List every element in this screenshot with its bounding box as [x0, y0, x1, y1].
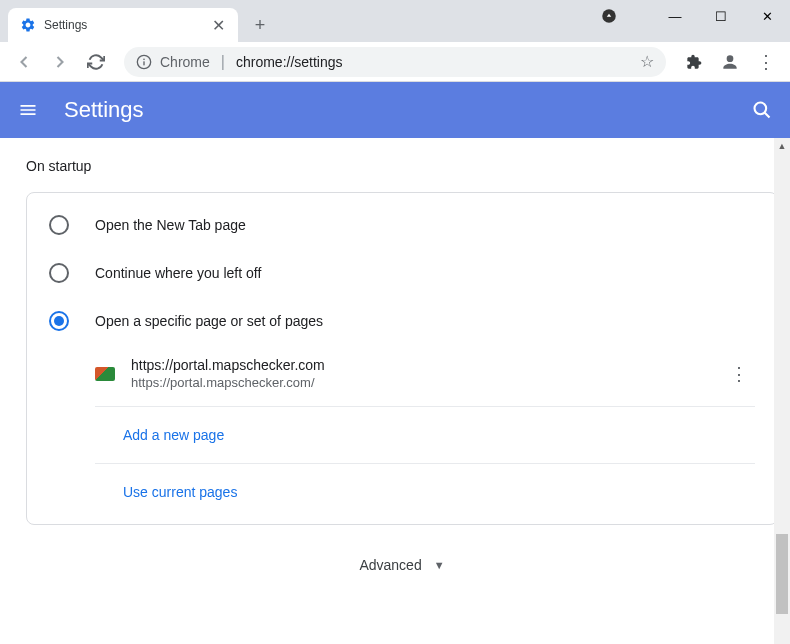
tab-strip: Settings ✕ + — ☐ ✕: [0, 0, 790, 42]
divider: [95, 406, 755, 407]
radio-icon[interactable]: [49, 311, 69, 331]
hamburger-menu-icon[interactable]: [16, 98, 40, 122]
radio-option-new-tab[interactable]: Open the New Tab page: [27, 201, 777, 249]
browser-toolbar: Chrome | chrome://settings ☆ ⋮: [0, 42, 790, 82]
scrollbar[interactable]: [774, 154, 790, 644]
settings-gear-icon: [20, 17, 36, 33]
radio-label: Open a specific page or set of pages: [95, 313, 323, 329]
radio-icon[interactable]: [49, 215, 69, 235]
content-area: On startup Open the New Tab page Continu…: [0, 138, 790, 644]
use-current-pages-button[interactable]: Use current pages: [27, 468, 777, 516]
incognito-icon[interactable]: [586, 0, 632, 32]
address-bar[interactable]: Chrome | chrome://settings ☆: [124, 47, 666, 77]
new-tab-button[interactable]: +: [246, 11, 274, 39]
radio-label: Continue where you left off: [95, 265, 261, 281]
settings-app-bar: Settings: [0, 82, 790, 138]
tab-title: Settings: [44, 18, 202, 32]
divider: [95, 463, 755, 464]
chrome-menu-icon[interactable]: ⋮: [750, 46, 782, 78]
tab-close-icon[interactable]: ✕: [210, 16, 226, 35]
profile-icon[interactable]: [714, 46, 746, 78]
radio-label: Open the New Tab page: [95, 217, 246, 233]
scrollbar-up-icon[interactable]: ▲: [774, 138, 790, 154]
reload-button[interactable]: [80, 46, 112, 78]
url-divider: |: [221, 53, 225, 71]
section-heading: On startup: [26, 158, 778, 174]
bookmark-star-icon[interactable]: ☆: [640, 52, 654, 71]
svg-point-2: [143, 58, 145, 60]
add-new-page-button[interactable]: Add a new page: [27, 411, 777, 459]
site-info-icon[interactable]: [136, 54, 152, 70]
browser-tab[interactable]: Settings ✕: [8, 8, 238, 42]
svg-point-4: [727, 55, 734, 62]
extensions-icon[interactable]: [678, 46, 710, 78]
window-controls: — ☐ ✕: [586, 0, 790, 32]
url-scheme: Chrome: [160, 54, 210, 70]
advanced-toggle[interactable]: Advanced ▼: [26, 525, 778, 589]
scrollbar-thumb[interactable]: [776, 534, 788, 614]
url-text: chrome://settings: [236, 54, 632, 70]
chevron-down-icon: ▼: [434, 559, 445, 571]
page-info: https://portal.mapschecker.com https://p…: [131, 357, 707, 390]
svg-rect-3: [143, 61, 144, 65]
startup-card: Open the New Tab page Continue where you…: [26, 192, 778, 525]
startup-page-entry: https://portal.mapschecker.com https://p…: [27, 345, 777, 402]
radio-option-specific-pages[interactable]: Open a specific page or set of pages: [27, 297, 777, 345]
maximize-button[interactable]: ☐: [698, 0, 744, 32]
svg-point-5: [755, 103, 767, 115]
search-icon[interactable]: [750, 98, 774, 122]
radio-option-continue[interactable]: Continue where you left off: [27, 249, 777, 297]
radio-icon[interactable]: [49, 263, 69, 283]
page-title: Settings: [64, 97, 726, 123]
minimize-button[interactable]: —: [652, 0, 698, 32]
advanced-label: Advanced: [359, 557, 421, 573]
forward-button[interactable]: [44, 46, 76, 78]
page-entry-title: https://portal.mapschecker.com: [131, 357, 707, 373]
page-entry-menu-icon[interactable]: ⋮: [723, 363, 755, 385]
close-window-button[interactable]: ✕: [744, 0, 790, 32]
page-entry-url: https://portal.mapschecker.com/: [131, 375, 707, 390]
back-button[interactable]: [8, 46, 40, 78]
page-favicon-icon: [95, 367, 115, 381]
